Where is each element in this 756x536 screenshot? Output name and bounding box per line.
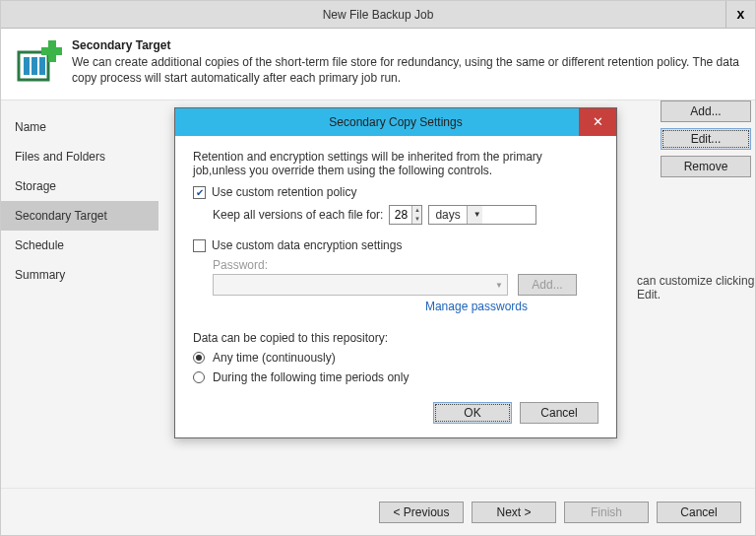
- use-custom-encryption-label: Use custom data encryption settings: [212, 238, 402, 252]
- add-button[interactable]: Add...: [661, 100, 751, 122]
- password-label: Password:: [213, 258, 268, 272]
- retention-unit-value: days: [429, 208, 466, 222]
- use-custom-retention-label: Use custom retention policy: [212, 185, 356, 199]
- step-summary[interactable]: Summary: [1, 260, 158, 290]
- use-custom-encryption-row[interactable]: Use custom data encryption settings: [193, 238, 598, 252]
- list-action-buttons: Add... Edit... Remove: [661, 100, 755, 183]
- schedule-periods-row[interactable]: During the following time periods only: [193, 370, 598, 384]
- svg-rect-3: [39, 57, 45, 75]
- step-schedule[interactable]: Schedule: [1, 231, 158, 260]
- copy-schedule-header: Data can be copied to this repository:: [193, 331, 598, 345]
- retention-value-row: Keep all versions of each file for: ▲▼ d…: [213, 205, 598, 225]
- use-custom-encryption-checkbox[interactable]: [193, 239, 206, 252]
- dialog-footer: OK Cancel: [175, 396, 616, 437]
- encryption-password-section: Password: ▼ Add...: [213, 258, 598, 296]
- edit-button[interactable]: Edit...: [661, 128, 751, 150]
- password-combo: ▼: [213, 274, 508, 296]
- retention-value-input[interactable]: [390, 206, 411, 224]
- retention-spinner[interactable]: ▲▼: [389, 205, 422, 225]
- remove-button[interactable]: Remove: [661, 156, 751, 177]
- keep-versions-label: Keep all versions of each file for:: [213, 208, 383, 222]
- window-title: New File Backup Job: [1, 1, 755, 29]
- spinner-arrows[interactable]: ▲▼: [411, 206, 421, 224]
- manage-passwords-link[interactable]: Manage passwords: [193, 300, 528, 313]
- use-custom-retention-checkbox[interactable]: ✔: [193, 186, 206, 199]
- wizard-window: New File Backup Job x Secondary Target W…: [0, 0, 756, 536]
- secondary-target-icon: [15, 38, 62, 86]
- chevron-down-icon: ▼: [491, 281, 507, 290]
- svg-rect-1: [24, 57, 30, 75]
- next-button[interactable]: Next >: [472, 502, 556, 523]
- previous-button[interactable]: < Previous: [379, 502, 464, 523]
- header-description: We can create additional copies of the s…: [72, 54, 741, 86]
- use-custom-retention-row[interactable]: ✔ Use custom retention policy: [193, 185, 598, 199]
- schedule-periods-radio[interactable]: [193, 371, 205, 383]
- finish-button: Finish: [564, 502, 649, 523]
- schedule-anytime-radio[interactable]: [193, 352, 205, 364]
- dialog-title: Secondary Copy Settings: [329, 115, 462, 129]
- wizard-footer: < Previous Next > Finish Cancel: [1, 488, 755, 535]
- retention-unit-combo[interactable]: days ▼: [428, 205, 536, 225]
- step-name[interactable]: Name: [1, 112, 158, 142]
- secondary-copy-settings-dialog: Secondary Copy Settings ✕ Retention and …: [174, 107, 617, 438]
- svg-rect-2: [32, 57, 37, 75]
- dialog-intro: Retention and encryption settings will b…: [193, 150, 598, 177]
- step-secondary-target[interactable]: Secondary Target: [1, 201, 158, 231]
- schedule-anytime-label: Any time (continuously): [213, 351, 336, 365]
- add-password-button: Add...: [518, 274, 577, 296]
- header-text: Secondary Target We can create additiona…: [72, 38, 741, 86]
- header-title: Secondary Target: [72, 38, 741, 52]
- wizard-steps: Name Files and Folders Storage Secondary…: [1, 100, 158, 488]
- cancel-button[interactable]: Cancel: [657, 502, 741, 523]
- dialog-cancel-button[interactable]: Cancel: [520, 402, 598, 424]
- schedule-periods-label: During the following time periods only: [213, 370, 409, 384]
- titlebar: New File Backup Job x: [1, 1, 755, 29]
- hint-text-fragment: can customize clicking Edit.: [637, 274, 755, 302]
- schedule-anytime-row[interactable]: Any time (continuously): [193, 351, 598, 365]
- step-storage[interactable]: Storage: [1, 171, 158, 201]
- dialog-close-button[interactable]: ✕: [579, 108, 616, 136]
- step-files-and-folders[interactable]: Files and Folders: [1, 142, 158, 171]
- ok-button[interactable]: OK: [433, 402, 512, 424]
- dialog-titlebar: Secondary Copy Settings ✕: [175, 108, 616, 136]
- svg-rect-5: [41, 47, 62, 55]
- window-close-button[interactable]: x: [725, 1, 755, 28]
- chevron-down-icon: ▼: [467, 206, 482, 224]
- wizard-header: Secondary Target We can create additiona…: [1, 29, 755, 94]
- dialog-body: Retention and encryption settings will b…: [175, 136, 616, 396]
